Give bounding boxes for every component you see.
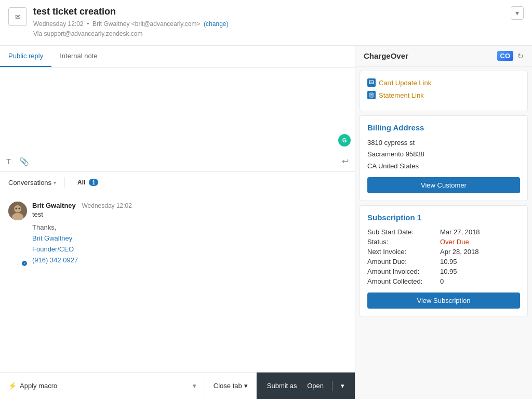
statement-link-item: Statement Link [367, 91, 520, 99]
change-link[interactable]: (change) [204, 20, 228, 28]
address-line1: 3810 cypress st [367, 137, 520, 149]
reply-area: Public reply Internal note G T 📎 ↩ [0, 46, 355, 172]
message-body-line1: Thanks, [32, 223, 56, 231]
amount-collected-row: Amount Collected: 0 [367, 277, 520, 285]
ticket-author: Brit Gwaltney <brit@advancearly.com> (ch… [92, 20, 228, 28]
email-icon: ✉ [8, 7, 27, 26]
reply-arrow-icon: ↩ [342, 157, 349, 166]
card-update-link-item: Card Update Link [367, 78, 520, 87]
conv-filter: All 1 [73, 178, 102, 187]
conversations-chevron: ▾ [54, 180, 56, 185]
subscription-title: Subscription 1 [367, 213, 520, 222]
apply-macro-label: Apply macro [20, 382, 57, 390]
refresh-icon[interactable]: ↻ [517, 52, 524, 60]
amount-invoiced-value: 10.95 [440, 268, 457, 275]
ticket-title: test ticket creation [33, 6, 504, 17]
links-section: Card Update Link Statement Link [360, 71, 528, 111]
messages-list: ✓ Brit Gwaltney Wednesday 12:02 test Tha… [0, 193, 355, 372]
header-right: CO ↻ [497, 51, 524, 61]
apply-macro-button[interactable]: ⚡ Apply macro ▾ [0, 373, 205, 399]
amount-invoiced-label: Amount Invoiced: [367, 268, 440, 275]
attach-icon: 📎 [19, 157, 29, 166]
sub-start-label: Sub Start Date: [367, 228, 440, 236]
sub-start-row: Sub Start Date: Mar 27, 2018 [367, 228, 520, 236]
grammarly-icon: G [338, 134, 351, 147]
amount-due-row: Amount Due: 10.95 [367, 258, 520, 265]
right-panel: ChargeOver CO ↻ Card Update Link [355, 46, 532, 399]
ticket-meta: Wednesday 12:02 • Brit Gwaltney <brit@ad… [33, 19, 504, 39]
left-panel: Public reply Internal note G T 📎 ↩ [0, 46, 355, 399]
status-row: Status: Over Due [367, 238, 520, 246]
ticket-dropdown-btn[interactable]: ▾ [511, 6, 524, 20]
app-logo: CO [497, 51, 514, 61]
conversations-label: Conversations [8, 179, 51, 187]
reply-icon-btn[interactable]: ↩ [340, 154, 351, 168]
close-tab-button[interactable]: Close tab ▾ [205, 373, 257, 399]
address-line2: Sacramento 95838 [367, 149, 520, 160]
next-invoice-row: Next Invoice: Apr 28, 2018 [367, 248, 520, 256]
billing-address: 3810 cypress st Sacramento 95838 CA Unit… [367, 137, 520, 171]
reply-tabs: Public reply Internal note [0, 46, 355, 68]
message-time: Wednesday 12:02 [82, 202, 132, 209]
billing-section: Billing Address 3810 cypress st Sacramen… [360, 115, 528, 201]
right-panel-header: ChargeOver CO ↻ [355, 46, 532, 66]
public-reply-label: Public reply [8, 52, 43, 60]
tab-internal-note[interactable]: Internal note [51, 46, 105, 67]
card-update-link[interactable]: Card Update Link [379, 79, 431, 87]
text-format-btn[interactable]: T [4, 155, 13, 168]
macro-chevron: ▾ [193, 382, 196, 390]
lightning-icon: ⚡ [8, 382, 17, 390]
conv-divider [64, 177, 65, 188]
avatar-badge: ✓ [21, 260, 28, 267]
submit-divider [332, 381, 332, 391]
table-row: ✓ Brit Gwaltney Wednesday 12:02 test Tha… [8, 202, 347, 265]
submit-arrow-icon: ▾ [341, 382, 344, 390]
reply-textarea[interactable] [4, 72, 351, 144]
ticket-date: Wednesday 12:02 [33, 20, 84, 28]
filter-all-btn[interactable]: All 1 [73, 178, 102, 187]
address-line3: CA United States [367, 161, 520, 172]
message-sig3: (916) 342 0927 [32, 256, 78, 264]
conversations-dropdown[interactable]: Conversations ▾ [8, 179, 56, 187]
submit-button[interactable]: Submit as Open ▾ [257, 373, 355, 399]
author-email: Brit Gwaltney <brit@advancearly.com> [92, 20, 200, 28]
message-author: Brit Gwaltney [32, 202, 76, 209]
view-customer-button[interactable]: View Customer [367, 177, 520, 193]
tab-public-reply[interactable]: Public reply [0, 46, 51, 67]
svg-text:✓: ✓ [23, 262, 26, 265]
sub-start-value: Mar 27, 2018 [440, 228, 480, 236]
subscription-section: Subscription 1 Sub Start Date: Mar 27, 2… [360, 205, 528, 316]
avatar [8, 202, 27, 220]
avatar-container: ✓ [8, 202, 27, 265]
view-subscription-button[interactable]: View Subscription [367, 292, 520, 309]
amount-due-label: Amount Due: [367, 258, 440, 265]
message-header: Brit Gwaltney Wednesday 12:02 [32, 202, 347, 209]
svg-point-3 [16, 208, 17, 209]
text-icon: T [6, 157, 11, 166]
statement-icon [367, 91, 376, 99]
billing-title: Billing Address [367, 123, 520, 132]
card-update-icon [367, 78, 376, 87]
message-content: Brit Gwaltney Wednesday 12:02 test Thank… [32, 202, 347, 265]
amount-due-value: 10.95 [440, 258, 457, 265]
amount-collected-label: Amount Collected: [367, 277, 440, 285]
main-layout: Public reply Internal note G T 📎 ↩ [0, 46, 532, 399]
submit-status: Open [307, 382, 324, 390]
close-tab-label: Close tab [214, 382, 242, 390]
badge-icon: ✓ [22, 261, 26, 265]
filter-all-label: All [77, 179, 85, 186]
conv-badge: 1 [89, 179, 98, 186]
amount-collected-value: 0 [440, 277, 444, 285]
reply-editor: G [0, 68, 355, 151]
conversations-header: Conversations ▾ All 1 [0, 172, 355, 193]
message-body: Thanks, Brit Gwaltney Founder/CEO (916) … [32, 222, 347, 265]
statement-link[interactable]: Statement Link [379, 91, 424, 99]
attach-btn[interactable]: 📎 [17, 155, 31, 168]
message-sig2: Founder/CEO [32, 245, 74, 253]
next-invoice-label: Next Invoice: [367, 248, 440, 256]
email-symbol: ✉ [15, 13, 21, 21]
svg-point-4 [19, 208, 20, 209]
status-value: Over Due [440, 238, 469, 246]
statement-icon-svg [369, 92, 374, 98]
next-invoice-value: Apr 28, 2018 [440, 248, 478, 256]
